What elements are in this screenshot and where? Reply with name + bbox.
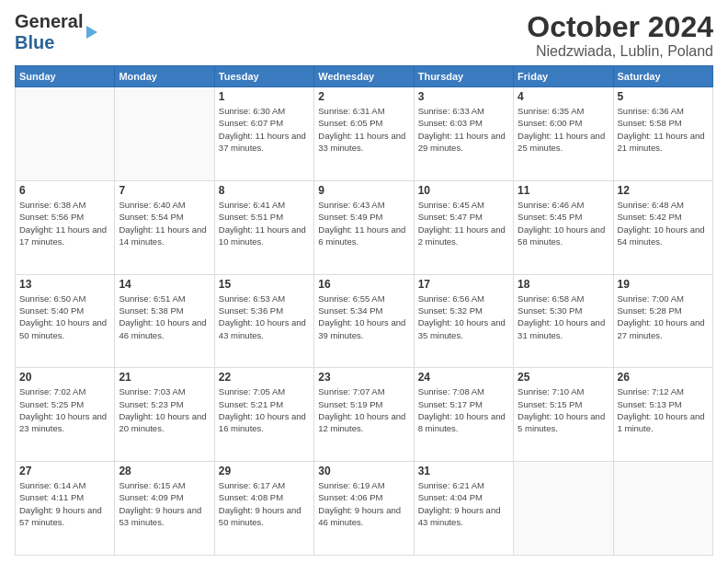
day-number: 16	[318, 278, 409, 291]
table-row: 11Sunrise: 6:46 AM Sunset: 5:45 PM Dayli…	[514, 180, 613, 274]
day-detail: Sunrise: 6:46 AM Sunset: 5:45 PM Dayligh…	[518, 199, 609, 247]
day-detail: Sunrise: 7:07 AM Sunset: 5:19 PM Dayligh…	[318, 385, 409, 434]
title-block: October 2024 Niedzwiada, Lublin, Poland	[527, 11, 713, 60]
calendar-header-row: Sunday Monday Tuesday Wednesday Thursday…	[16, 66, 713, 87]
day-number: 19	[618, 278, 709, 291]
header-tuesday: Tuesday	[214, 66, 313, 87]
day-number: 22	[219, 371, 310, 384]
logo: General Blue	[15, 11, 97, 53]
day-number: 29	[219, 465, 310, 477]
table-row: 28Sunrise: 6:15 AM Sunset: 4:09 PM Dayli…	[115, 462, 214, 556]
table-row: 15Sunrise: 6:53 AM Sunset: 5:36 PM Dayli…	[214, 274, 313, 368]
day-number: 9	[318, 184, 409, 197]
table-row	[514, 462, 613, 556]
day-number: 20	[19, 371, 110, 384]
day-number: 26	[618, 371, 709, 384]
day-detail: Sunrise: 6:56 AM Sunset: 5:32 PM Dayligh…	[418, 293, 509, 341]
day-number: 28	[119, 465, 210, 477]
table-row: 23Sunrise: 7:07 AM Sunset: 5:19 PM Dayli…	[314, 368, 414, 462]
day-number: 2	[318, 90, 409, 103]
header-thursday: Thursday	[414, 66, 513, 87]
day-number: 23	[318, 371, 409, 384]
logo-arrow-icon	[86, 26, 97, 39]
table-row: 9Sunrise: 6:43 AM Sunset: 5:49 PM Daylig…	[314, 180, 414, 274]
logo-general: General	[15, 11, 83, 31]
day-detail: Sunrise: 6:15 AM Sunset: 4:09 PM Dayligh…	[119, 479, 210, 528]
table-row: 24Sunrise: 7:08 AM Sunset: 5:17 PM Dayli…	[414, 368, 513, 462]
header-saturday: Saturday	[613, 66, 712, 87]
day-number: 30	[318, 465, 409, 477]
month-year-title: October 2024	[527, 11, 713, 43]
day-detail: Sunrise: 6:38 AM Sunset: 5:56 PM Dayligh…	[19, 199, 110, 247]
day-detail: Sunrise: 6:45 AM Sunset: 5:47 PM Dayligh…	[418, 199, 509, 247]
table-row: 18Sunrise: 6:58 AM Sunset: 5:30 PM Dayli…	[514, 274, 613, 368]
day-number: 21	[119, 371, 210, 384]
table-row: 26Sunrise: 7:12 AM Sunset: 5:13 PM Dayli…	[613, 368, 712, 462]
day-detail: Sunrise: 7:03 AM Sunset: 5:23 PM Dayligh…	[119, 385, 210, 434]
table-row: 20Sunrise: 7:02 AM Sunset: 5:25 PM Dayli…	[16, 368, 115, 462]
table-row: 1Sunrise: 6:30 AM Sunset: 6:07 PM Daylig…	[214, 87, 313, 181]
day-detail: Sunrise: 7:02 AM Sunset: 5:25 PM Dayligh…	[19, 385, 110, 434]
day-detail: Sunrise: 6:50 AM Sunset: 5:40 PM Dayligh…	[19, 293, 110, 341]
day-number: 8	[219, 184, 310, 197]
table-row: 27Sunrise: 6:14 AM Sunset: 4:11 PM Dayli…	[16, 462, 115, 556]
table-row: 30Sunrise: 6:19 AM Sunset: 4:06 PM Dayli…	[314, 462, 414, 556]
day-number: 31	[418, 465, 509, 477]
day-detail: Sunrise: 7:00 AM Sunset: 5:28 PM Dayligh…	[618, 293, 709, 341]
day-detail: Sunrise: 6:17 AM Sunset: 4:08 PM Dayligh…	[219, 479, 310, 528]
day-number: 24	[418, 371, 509, 384]
header-sunday: Sunday	[16, 66, 115, 87]
table-row: 7Sunrise: 6:40 AM Sunset: 5:54 PM Daylig…	[115, 180, 214, 274]
table-row: 31Sunrise: 6:21 AM Sunset: 4:04 PM Dayli…	[414, 462, 513, 556]
table-row: 10Sunrise: 6:45 AM Sunset: 5:47 PM Dayli…	[414, 180, 513, 274]
location-subtitle: Niedzwiada, Lublin, Poland	[527, 43, 713, 60]
day-detail: Sunrise: 6:51 AM Sunset: 5:38 PM Dayligh…	[119, 293, 210, 341]
header-wednesday: Wednesday	[314, 66, 414, 87]
day-number: 1	[219, 90, 310, 103]
day-number: 18	[518, 278, 609, 291]
table-row: 17Sunrise: 6:56 AM Sunset: 5:32 PM Dayli…	[414, 274, 513, 368]
table-row: 4Sunrise: 6:35 AM Sunset: 6:00 PM Daylig…	[514, 87, 613, 181]
day-detail: Sunrise: 7:10 AM Sunset: 5:15 PM Dayligh…	[518, 385, 609, 434]
table-row: 19Sunrise: 7:00 AM Sunset: 5:28 PM Dayli…	[613, 274, 712, 368]
day-number: 11	[518, 184, 609, 197]
day-detail: Sunrise: 6:21 AM Sunset: 4:04 PM Dayligh…	[418, 479, 509, 528]
day-detail: Sunrise: 6:48 AM Sunset: 5:42 PM Dayligh…	[618, 199, 709, 247]
table-row: 21Sunrise: 7:03 AM Sunset: 5:23 PM Dayli…	[115, 368, 214, 462]
day-detail: Sunrise: 6:55 AM Sunset: 5:34 PM Dayligh…	[318, 293, 409, 341]
day-number: 14	[119, 278, 210, 291]
day-number: 15	[219, 278, 310, 291]
day-number: 13	[19, 278, 110, 291]
table-row: 13Sunrise: 6:50 AM Sunset: 5:40 PM Dayli…	[16, 274, 115, 368]
table-row: 29Sunrise: 6:17 AM Sunset: 4:08 PM Dayli…	[214, 462, 313, 556]
day-detail: Sunrise: 7:08 AM Sunset: 5:17 PM Dayligh…	[418, 385, 509, 434]
table-row: 12Sunrise: 6:48 AM Sunset: 5:42 PM Dayli…	[613, 180, 712, 274]
table-row: 2Sunrise: 6:31 AM Sunset: 6:05 PM Daylig…	[314, 87, 414, 181]
header: General Blue October 2024 Niedzwiada, Lu…	[15, 11, 713, 60]
day-detail: Sunrise: 7:05 AM Sunset: 5:21 PM Dayligh…	[219, 385, 310, 434]
table-row: 25Sunrise: 7:10 AM Sunset: 5:15 PM Dayli…	[514, 368, 613, 462]
table-row: 8Sunrise: 6:41 AM Sunset: 5:51 PM Daylig…	[214, 180, 313, 274]
day-detail: Sunrise: 6:14 AM Sunset: 4:11 PM Dayligh…	[19, 479, 110, 528]
page: General Blue October 2024 Niedzwiada, Lu…	[0, 0, 728, 563]
day-number: 17	[418, 278, 509, 291]
day-number: 3	[418, 90, 509, 103]
day-detail: Sunrise: 6:53 AM Sunset: 5:36 PM Dayligh…	[219, 293, 310, 341]
day-detail: Sunrise: 6:35 AM Sunset: 6:00 PM Dayligh…	[518, 105, 609, 154]
table-row: 3Sunrise: 6:33 AM Sunset: 6:03 PM Daylig…	[414, 87, 513, 181]
day-detail: Sunrise: 6:30 AM Sunset: 6:07 PM Dayligh…	[219, 105, 310, 154]
day-detail: Sunrise: 6:19 AM Sunset: 4:06 PM Dayligh…	[318, 479, 409, 528]
day-number: 7	[119, 184, 210, 197]
header-monday: Monday	[115, 66, 214, 87]
day-number: 5	[618, 90, 709, 103]
day-number: 27	[19, 465, 110, 477]
table-row	[115, 87, 214, 181]
table-row: 14Sunrise: 6:51 AM Sunset: 5:38 PM Dayli…	[115, 274, 214, 368]
day-detail: Sunrise: 6:36 AM Sunset: 5:58 PM Dayligh…	[618, 105, 709, 154]
table-row	[613, 462, 712, 556]
day-detail: Sunrise: 6:58 AM Sunset: 5:30 PM Dayligh…	[518, 293, 609, 341]
day-detail: Sunrise: 6:31 AM Sunset: 6:05 PM Dayligh…	[318, 105, 409, 154]
table-row: 6Sunrise: 6:38 AM Sunset: 5:56 PM Daylig…	[16, 180, 115, 274]
calendar-table: Sunday Monday Tuesday Wednesday Thursday…	[15, 65, 713, 556]
table-row: 22Sunrise: 7:05 AM Sunset: 5:21 PM Dayli…	[214, 368, 313, 462]
